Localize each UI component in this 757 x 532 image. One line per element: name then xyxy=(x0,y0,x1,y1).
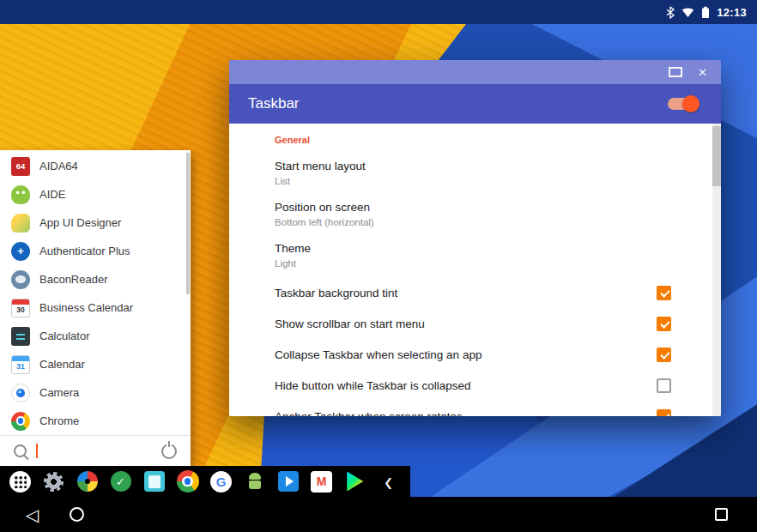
checkbox[interactable] xyxy=(657,378,671,393)
setting-collapse-taskbar[interactable]: Collapse Taskbar when selecting an app xyxy=(275,339,721,370)
aide-icon xyxy=(11,185,30,204)
setting-value: Light xyxy=(275,258,721,269)
setting-hide-button[interactable]: Hide button while Taskbar is collapsed xyxy=(275,370,721,401)
authenticator-plus-icon: + xyxy=(11,242,30,261)
checkbox[interactable] xyxy=(657,317,671,331)
status-bar: 12:13 xyxy=(0,0,757,24)
taskbar-app-android[interactable] xyxy=(238,471,271,492)
calculator-icon xyxy=(11,327,30,346)
checkbox-label: Hide button while Taskbar is collapsed xyxy=(275,379,657,392)
app-item-aida64[interactable]: 64 AIDA64 xyxy=(0,152,191,180)
app-item-calendar[interactable]: 31 Calendar xyxy=(0,350,191,378)
settings-list: General Start menu layout List Position … xyxy=(229,124,721,416)
app-label: Authenticator Plus xyxy=(39,245,130,257)
checkbox-label: Collapse Taskbar when selecting an app xyxy=(275,348,657,361)
app-item-business-calendar[interactable]: 30 Business Calendar xyxy=(0,293,191,322)
chevron-left-icon: ‹ xyxy=(385,470,392,493)
home-button[interactable] xyxy=(70,507,84,522)
icon-glyph: + xyxy=(17,245,24,257)
gear-icon xyxy=(44,472,64,492)
setting-show-scrollbar[interactable]: Show scrollbar on start menu xyxy=(275,308,721,339)
recents-button[interactable] xyxy=(715,508,728,521)
clock: 12:13 xyxy=(717,6,747,19)
maximize-icon[interactable] xyxy=(669,67,682,77)
checkbox[interactable] xyxy=(657,286,671,300)
app-label: Business Calendar xyxy=(39,301,133,314)
google-g-icon: G xyxy=(210,471,232,493)
app-label: Camera xyxy=(39,386,79,399)
android-robot-icon xyxy=(245,471,265,492)
back-button[interactable]: ◁ xyxy=(26,506,39,523)
notes-icon xyxy=(144,471,165,492)
setting-value: List xyxy=(275,176,721,186)
baconreader-icon xyxy=(11,270,30,289)
gmail-icon: M xyxy=(311,471,332,493)
bluetooth-icon xyxy=(666,6,675,19)
checkbox-label: Taskbar background tint xyxy=(275,287,657,299)
calendar-icon: 31 xyxy=(11,355,30,374)
check-badge-icon: ✓ xyxy=(111,471,131,492)
camera-icon xyxy=(11,384,30,402)
taskbar-app-notes[interactable] xyxy=(137,471,171,492)
taskbar: ✓ G M ‹ xyxy=(0,466,410,497)
app-label: Calendar xyxy=(39,358,85,371)
taskbar-app-google[interactable]: G xyxy=(204,471,238,493)
app-item-baconreader[interactable]: BaconReader xyxy=(0,265,191,293)
app-item-camera[interactable]: Camera xyxy=(0,378,191,407)
checkbox-label: Show scrollbar on start menu xyxy=(275,317,657,330)
navigation-bar: ◁ xyxy=(0,497,757,532)
close-icon[interactable]: ✕ xyxy=(698,67,707,78)
setting-theme[interactable]: Theme Light xyxy=(275,236,721,277)
setting-title: Theme xyxy=(275,242,721,255)
setting-value: Bottom left (horizontal) xyxy=(275,217,721,227)
setting-anchor-taskbar[interactable]: Anchor Taskbar when screen rotates xyxy=(275,401,721,416)
app-label: Chrome xyxy=(39,414,79,427)
app-list: 64 AIDA64 AIDE App UI Designer + Authent… xyxy=(0,150,191,435)
app-label: AIDE xyxy=(39,188,65,201)
business-calendar-icon: 30 xyxy=(11,299,30,317)
checkbox[interactable] xyxy=(657,409,671,417)
start-menu-scrollbar[interactable] xyxy=(186,153,190,294)
app-label: BaconReader xyxy=(39,273,108,286)
battery-icon xyxy=(701,6,710,19)
app-label: Calculator xyxy=(39,329,90,342)
taskbar-collapse-button[interactable]: ‹ xyxy=(372,473,405,491)
taskbar-app-play-movies[interactable] xyxy=(271,471,305,492)
aida64-icon: 64 xyxy=(11,157,30,176)
taskbar-app-photos[interactable] xyxy=(70,471,104,492)
app-item-calculator[interactable]: Calculator xyxy=(0,322,191,350)
app-item-authenticator-plus[interactable]: + Authenticator Plus xyxy=(0,237,191,265)
icon-glyph: 31 xyxy=(16,362,24,371)
app-label: AIDA64 xyxy=(39,160,78,172)
taskbar-app-verified[interactable]: ✓ xyxy=(104,471,137,492)
section-header: General xyxy=(275,135,721,145)
taskbar-app-play-store[interactable] xyxy=(338,471,372,492)
master-toggle[interactable] xyxy=(668,98,697,110)
play-movies-icon xyxy=(278,471,299,492)
app-item-app-ui-designer[interactable]: App UI Designer xyxy=(0,209,191,237)
power-button[interactable] xyxy=(161,444,177,459)
setting-title: Position on screen xyxy=(275,201,721,214)
taskbar-app-settings[interactable] xyxy=(37,472,70,492)
search-icon xyxy=(14,444,27,457)
start-button[interactable] xyxy=(3,471,37,493)
search-input-caret xyxy=(36,444,38,458)
search-bar xyxy=(0,435,191,466)
app-item-aide[interactable]: AIDE xyxy=(0,180,191,209)
taskbar-app-chrome[interactable] xyxy=(171,470,204,493)
setting-position-on-screen[interactable]: Position on screen Bottom left (horizont… xyxy=(275,195,721,236)
setting-title: Start menu layout xyxy=(275,160,721,172)
wifi-icon xyxy=(681,7,694,18)
window-controls-bar: ✕ xyxy=(229,60,721,84)
checkbox[interactable] xyxy=(657,348,671,362)
photos-pinwheel-icon xyxy=(77,471,98,492)
app-label: App UI Designer xyxy=(39,216,121,229)
taskbar-app-gmail[interactable]: M xyxy=(305,471,338,493)
app-item-chrome[interactable]: Chrome xyxy=(0,407,191,435)
window-header: Taskbar xyxy=(229,84,721,124)
window-scrollbar-thumb[interactable] xyxy=(712,126,721,186)
setting-start-menu-layout[interactable]: Start menu layout List xyxy=(275,154,721,195)
icon-glyph: 64 xyxy=(16,161,26,171)
setting-taskbar-background-tint[interactable]: Taskbar background tint xyxy=(275,277,721,308)
start-grid-icon xyxy=(9,471,31,493)
